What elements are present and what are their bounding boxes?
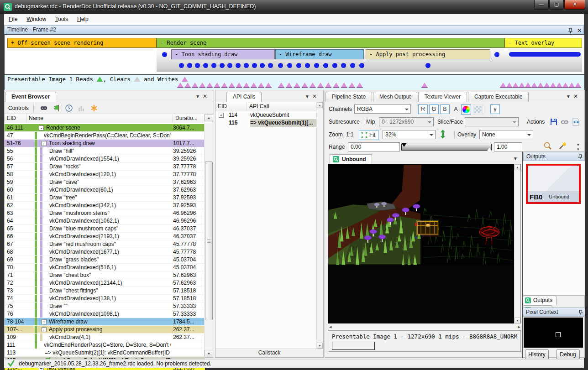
timeline-marker-bar[interactable]: - Apply post processing (366, 49, 490, 59)
resource-write-triangle[interactable] (575, 83, 581, 88)
tab-pipeline-state[interactable]: Pipeline State (326, 92, 372, 102)
timeline-marker-bar[interactable]: - Toon shading draw (171, 49, 275, 59)
pin-icon[interactable] (568, 28, 573, 33)
event-row[interactable]: 67Draw "red mushroom caps"45.77778 (5, 240, 205, 248)
scroll-left-icon[interactable]: ◀ (329, 324, 331, 330)
slice-face-dropdown[interactable] (465, 117, 519, 126)
callstack-splitter[interactable]: Callstack (215, 349, 323, 357)
scroll-up-icon[interactable]: ▲ (317, 102, 323, 108)
resource-write-triangle[interactable] (519, 83, 525, 88)
resource-write-triangle[interactable] (294, 83, 300, 88)
menu-file[interactable]: File (4, 14, 22, 24)
event-row[interactable]: 72vkCmdDrawIndexed(12144,1)57.62963 (5, 279, 205, 287)
resource-write-triangle[interactable] (325, 83, 331, 88)
scroll-up-icon[interactable]: ▲ (205, 114, 213, 121)
timeline-marker-bar[interactable]: - Text overlay (504, 38, 582, 48)
close-icon[interactable]: ✕ (203, 93, 210, 99)
pixel-context-view[interactable] (524, 318, 583, 348)
event-row[interactable]: 111vkCmdEndRenderPass(C=Store, D=Store, … (5, 341, 205, 349)
range-slider[interactable] (401, 144, 492, 151)
draw-event-dot[interactable] (287, 63, 292, 68)
event-row[interactable]: 63Draw "mushroom stems"46.96296 (5, 209, 205, 217)
resource-write-triangle[interactable] (512, 83, 519, 88)
range-black-handle[interactable] (401, 143, 407, 147)
channel-r-button[interactable]: R (418, 104, 428, 114)
resource-write-triangle[interactable] (333, 83, 339, 88)
channel-a-button[interactable]: A (451, 104, 461, 114)
timeline-body[interactable]: Presentable Image 1 Reads , Clears and W… (4, 34, 585, 90)
tab-capture-executable[interactable]: Capture Executable (468, 92, 529, 102)
resource-write-triangle[interactable] (421, 83, 428, 88)
save-texture-icon[interactable] (550, 118, 560, 128)
channel-b-button[interactable]: B (440, 104, 450, 114)
resource-write-triangle[interactable] (229, 83, 235, 88)
event-row[interactable]: 62vkCmdDrawIndexed(342,1)37.92593 (5, 202, 205, 209)
event-row[interactable]: 68vkCmdDrawIndexed(1677,1)45.77778 (5, 248, 205, 256)
expand-icon[interactable]: + (215, 111, 229, 119)
event-row[interactable]: 56vkCmdDrawIndexed(1554,1)39.25926 (5, 155, 205, 163)
mip-dropdown[interactable]: 0 - 1272x690 (379, 117, 434, 126)
draw-event-dot[interactable] (425, 63, 430, 68)
draw-event-dot[interactable] (162, 52, 167, 57)
event-row[interactable]: 69Draw "grass blades"45.03704 (5, 256, 205, 264)
open-code-icon[interactable]: <> (572, 118, 582, 128)
channel-g-button[interactable]: G (429, 104, 439, 114)
close-icon[interactable]: ✕ (312, 93, 320, 99)
resource-write-triangle[interactable] (199, 83, 205, 88)
draw-events-pill[interactable] (509, 52, 581, 57)
debug-button[interactable]: Debug (556, 349, 580, 360)
resource-write-triangle[interactable] (349, 83, 355, 88)
event-row[interactable]: 78-104+Wireframe draw1784.5... (5, 318, 205, 326)
collapse-icon[interactable]: - (39, 125, 44, 130)
restore-button[interactable]: ▢ (549, 0, 564, 10)
range-min-input[interactable]: 0.00 (348, 142, 400, 151)
preview-tabs-chevron-icon[interactable]: ▼ (513, 156, 518, 161)
resource-write-triangle[interactable] (302, 83, 308, 88)
custom-action-icon[interactable] (90, 104, 98, 112)
event-row[interactable]: 61Draw "tree"37.92593 (5, 194, 205, 202)
toolbar-overflow-icon[interactable]: ▾▾ (577, 142, 579, 151)
expand-icon[interactable]: + (42, 319, 47, 324)
scroll-down-icon[interactable]: ▼ (205, 350, 213, 357)
event-row[interactable]: 74vkCmdDrawIndexed(138,1)57.18518 (5, 295, 205, 302)
resource-write-triangle[interactable] (341, 83, 347, 88)
scroll-right-icon[interactable]: ▶ (518, 324, 520, 330)
resource-write-triangle[interactable] (556, 83, 562, 88)
timeline-marker-bar[interactable]: - Wireframe draw (275, 49, 364, 59)
link-icon[interactable] (561, 118, 571, 128)
draw-event-dot[interactable] (220, 63, 225, 68)
scroll-down-icon[interactable]: ▼ (317, 343, 323, 349)
event-row[interactable]: 71Draw "chest box"57.62963 (5, 271, 205, 279)
title-bar[interactable]: debugmarker.rdc - RenderDoc Unofficial r… (0, 0, 588, 14)
resource-write-triangle[interactable] (221, 83, 228, 88)
chevron-down-icon[interactable]: ▼ (566, 94, 573, 99)
event-row[interactable]: 73Draw "chest fittings"57.18518 (5, 287, 205, 295)
event-row[interactable]: 107-...-Apply post processing262.37... (5, 326, 205, 334)
tab-event-browser[interactable]: Event Browser (5, 92, 56, 102)
scroll-up-icon[interactable]: ▲ (514, 164, 520, 170)
api-call-row[interactable]: 115=> vkQueueSubmit(1)[... (215, 119, 318, 127)
event-row[interactable]: 58vkCmdDrawIndexed(120,1)37.77778 (5, 171, 205, 178)
resource-write-triangle[interactable] (177, 83, 184, 88)
event-browser-scrollbar[interactable]: ▲ ▼ (204, 114, 213, 357)
draw-event-dot[interactable] (359, 63, 364, 68)
flip-y-icon[interactable] (439, 130, 449, 140)
resource-write-triangle[interactable] (214, 83, 220, 88)
draw-event-dot[interactable] (332, 63, 337, 68)
chevron-down-icon[interactable]: ▼ (195, 94, 203, 99)
close-icon[interactable]: ✕ (573, 93, 581, 99)
resource-write-triangle[interactable] (531, 83, 537, 88)
resource-write-triangle[interactable] (236, 83, 242, 88)
draw-event-dot[interactable] (323, 63, 328, 68)
timeline-dock-header[interactable]: Timeline - Frame #2 ✕ (4, 25, 584, 34)
event-row[interactable]: 113=> vkQueueSubmit(2)[1]: vkEndCommandB… (5, 349, 205, 357)
event-browser-header-row[interactable]: EID Name Duratio... (5, 114, 205, 123)
outputs-header[interactable]: Outputs (523, 152, 585, 161)
event-row[interactable]: 75Draw ""57.33333 (5, 302, 205, 310)
zoom-range-icon[interactable] (543, 141, 553, 151)
jump-to-bookmark-icon[interactable] (52, 104, 61, 112)
resource-write-triangle[interactable] (525, 83, 531, 88)
tab-outputs[interactable]: Outputs (523, 296, 556, 305)
resource-write-triangle[interactable] (184, 83, 191, 88)
event-row[interactable]: 76vkCmdDrawIndexed(1098,1)57.33333 (5, 310, 205, 318)
